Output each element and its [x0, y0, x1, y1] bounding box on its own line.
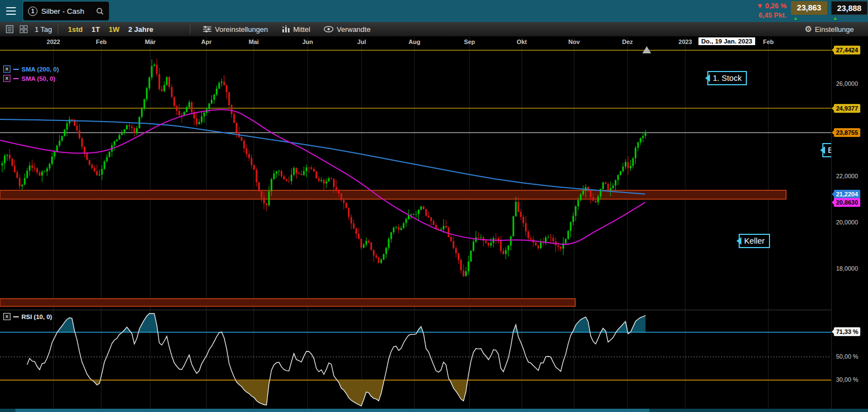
- axis-tag-arrow-icon: [829, 191, 834, 197]
- rsi-oversold-fill: [27, 310, 645, 406]
- price-axis-label: 26,0000: [836, 79, 858, 88]
- rsi-line-swatch: [13, 316, 19, 317]
- price-chart-panel[interactable]: 2022FebMärAprMaiJunJulAugSepOktNovDez202…: [0, 37, 831, 310]
- quote-change: ▼ 0,26 % 6,45 Pkt.: [756, 2, 787, 20]
- sma200-line: [0, 119, 645, 194]
- axis-tag-arrow-icon: [829, 130, 834, 135]
- annotation-edge-label: E: [828, 146, 831, 155]
- level-lines: [0, 50, 831, 133]
- price-axis-label: 21,2204: [834, 190, 860, 199]
- sma50-label: SMA (50, 0): [21, 75, 56, 82]
- price-axis[interactable]: 27,442426,000024,937723,875522,000021,22…: [831, 37, 868, 409]
- price-axis-label: 20,8630: [834, 198, 860, 207]
- ask-price: 23,888: [837, 4, 861, 13]
- sma50-line: [0, 109, 645, 244]
- document-icon: [6, 25, 14, 34]
- toolbar-separator: [58, 24, 58, 34]
- presets-button[interactable]: Voreinstellungen: [203, 25, 268, 34]
- date-tooltip: Do., 19 Jan. 2023: [698, 37, 756, 46]
- axis-month-label: Nov: [569, 39, 580, 45]
- timeframe-2jahre[interactable]: 2 Jahre: [128, 25, 154, 34]
- instrument-badge: 1: [28, 7, 37, 16]
- chart-list-button[interactable]: [6, 25, 14, 34]
- sma200-line-swatch: [13, 69, 19, 70]
- bid-price-box[interactable]: 23,863: [791, 1, 827, 15]
- scrollbar-handle[interactable]: [15, 409, 649, 412]
- price-axis-label: 18,0000: [836, 264, 858, 273]
- change-points: 6,45 Pkt.: [756, 11, 787, 20]
- bid-price: 23,863: [797, 3, 821, 12]
- bid-up-triangle-icon: ▲: [793, 15, 798, 21]
- axis-month-label: 2022: [47, 39, 60, 45]
- timeframe-1w[interactable]: 1W: [108, 25, 119, 34]
- layout-grid-button[interactable]: [19, 25, 28, 34]
- range-dropdown[interactable]: 1 Tag: [35, 25, 52, 34]
- annotation-1-stock[interactable]: 1. Stock: [707, 71, 747, 85]
- rsi-axis-label: 30,00 %: [836, 375, 858, 384]
- timeframe-1t[interactable]: 1T: [91, 25, 100, 34]
- price-axis-label: 23,8755: [834, 128, 860, 137]
- axis-tag-arrow-icon: [829, 200, 834, 205]
- axis-tag-arrow-icon: [829, 47, 834, 53]
- rsi-chart[interactable]: [0, 310, 831, 409]
- toolbar-separator: [190, 24, 190, 34]
- indicators-label: Mittel: [293, 25, 310, 34]
- legend-sma200: X SMA (200, 0): [3, 65, 59, 73]
- annotation-keller-label: Keller: [744, 237, 765, 245]
- presets-label: Voreinstellungen: [215, 25, 268, 34]
- axis-month-label: Jun: [302, 39, 313, 45]
- timeframe-1std[interactable]: 1std: [68, 25, 83, 34]
- price-axis-label: 27,4424: [834, 46, 860, 54]
- rsi-panel[interactable]: X RSI (10, 0): [0, 310, 831, 409]
- remove-rsi-button[interactable]: X: [3, 313, 10, 320]
- axis-month-label: Aug: [408, 39, 420, 45]
- ask-price-box[interactable]: 23,888: [831, 1, 867, 15]
- annotation-1-stock-label: 1. Stock: [713, 74, 741, 83]
- rsi-line: [27, 314, 645, 406]
- sliders-icon: [203, 25, 212, 33]
- axis-month-label: Dez: [622, 39, 633, 45]
- price-axis-label: 22,0000: [836, 172, 858, 180]
- instrument-title: Silber - Cash: [41, 7, 92, 15]
- search-icon[interactable]: [96, 7, 104, 15]
- related-button[interactable]: Verwandte: [324, 25, 370, 34]
- rsi-legend: X RSI (10, 0): [3, 313, 52, 320]
- instrument-selector[interactable]: 1 Silber - Cash: [23, 2, 109, 20]
- ask-up-triangle-icon: ▲: [833, 15, 838, 21]
- time-slider-marker[interactable]: [642, 46, 651, 53]
- settings-button[interactable]: ⚙ Einstellunge: [805, 24, 854, 34]
- gridlines: [53, 37, 768, 310]
- chart-toolbar: 1 Tag 1std 1T 1W 2 Jahre Voreinstellunge…: [0, 22, 868, 37]
- axis-month-label: Mär: [145, 39, 156, 45]
- axis-month-label: Apr: [201, 39, 212, 45]
- axis-month-label: Feb: [763, 39, 774, 45]
- horizontal-scrollbar[interactable]: [0, 409, 868, 412]
- settings-label: Einstellunge: [815, 25, 854, 34]
- hamburger-icon: [6, 7, 16, 8]
- annotation-keller[interactable]: Keller: [739, 234, 770, 248]
- axis-tag-arrow-icon: [829, 329, 834, 334]
- gear-icon: ⚙: [805, 24, 812, 34]
- grid-icon: [19, 25, 28, 34]
- axis-month-label: Okt: [517, 39, 527, 45]
- annotation-edge-clipped[interactable]: E: [822, 143, 831, 157]
- remove-sma200-button[interactable]: X: [3, 65, 10, 73]
- down-triangle-icon: ▼: [756, 2, 763, 10]
- price-axis-label: 20,0000: [836, 218, 858, 227]
- axis-month-label: Sep: [464, 39, 475, 45]
- menu-button[interactable]: [0, 0, 22, 22]
- rsi-axis-label: 50,00 %: [836, 352, 858, 361]
- eye-icon: [324, 26, 334, 32]
- indicators-button[interactable]: Mittel: [281, 25, 310, 34]
- rsi-axis-label: 71,33 %: [834, 327, 860, 336]
- remove-sma50-button[interactable]: X: [3, 75, 10, 82]
- rsi-label: RSI (10, 0): [21, 314, 52, 320]
- axis-month-label: Feb: [96, 39, 107, 45]
- chart-region: 2022FebMärAprMaiJunJulAugSepOktNovDez202…: [0, 37, 868, 409]
- price-axis-label: 24,9377: [834, 104, 860, 113]
- axis-tag-arrow-icon: [829, 106, 834, 111]
- related-label: Verwandte: [337, 25, 370, 34]
- bar-chart-icon: [281, 25, 290, 33]
- axis-month-label: Jul: [357, 39, 366, 45]
- rsi-gridlines: [53, 310, 768, 409]
